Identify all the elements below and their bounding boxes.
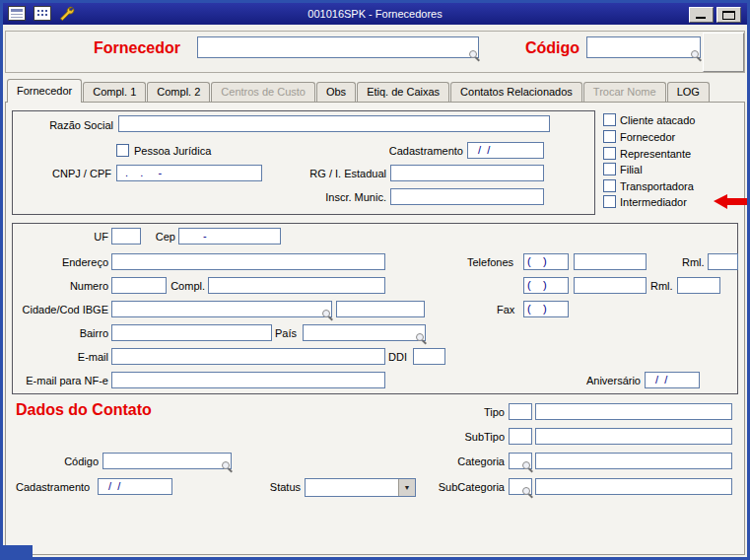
- rml1-field[interactable]: [708, 253, 738, 270]
- contato-cadastramento-field[interactable]: / /: [98, 478, 172, 495]
- fornecedor-flag-label: Fornecedor: [620, 131, 675, 144]
- cep-label: Cep: [148, 231, 175, 244]
- magnifier-icon[interactable]: [221, 460, 233, 472]
- tipo-code-field[interactable]: [509, 403, 532, 420]
- tab-contatos-relacionados[interactable]: Contatos Relacionados: [450, 82, 582, 102]
- magnifier-icon[interactable]: [521, 460, 533, 472]
- bottom-left-accent: [3, 545, 33, 557]
- razao-social-label: Razão Social: [30, 119, 113, 132]
- uf-field[interactable]: [111, 228, 141, 245]
- magnifier-icon[interactable]: [415, 332, 427, 344]
- tab-etiq-de-caixas[interactable]: Etiq. de Caixas: [357, 82, 449, 102]
- codigo-search-field[interactable]: [586, 36, 701, 58]
- cnpj-cpf-field[interactable]: . . -: [116, 165, 262, 181]
- razao-social-field[interactable]: [118, 115, 550, 132]
- cidade-ibge-label: Cidade/Cod IBGE: [16, 304, 108, 316]
- minimize-icon: [696, 17, 706, 19]
- subcategoria-code-field[interactable]: [509, 478, 532, 495]
- rg-estadual-field[interactable]: [390, 165, 544, 181]
- aniversario-field[interactable]: / /: [645, 372, 700, 388]
- magnifier-icon[interactable]: [468, 49, 480, 61]
- transportadora-label: Transportadora: [620, 180, 694, 193]
- telefone1-ddd-field[interactable]: ( ): [523, 253, 569, 270]
- window-title: 001016SPK - Fornecedores: [3, 3, 747, 25]
- subtipo-label: SubTipo: [453, 431, 505, 444]
- tab-trocar-nome: Trocar Nome: [583, 82, 666, 102]
- inscr-munic-field[interactable]: [390, 188, 544, 205]
- intermediador-label: Intermediador: [620, 196, 687, 209]
- subcategoria-label: SubCategoria: [432, 481, 505, 494]
- bairro-label: Bairro: [59, 327, 108, 340]
- tab-fornecedor[interactable]: Fornecedor: [7, 79, 82, 103]
- title-bar: 001016SPK - Fornecedores: [3, 3, 747, 25]
- rml2-label: Rml.: [650, 280, 673, 293]
- representante-label: Representante: [620, 148, 691, 161]
- status-dropdown[interactable]: [305, 478, 416, 497]
- fornecedores-window: 001016SPK - Fornecedores Fornecedor Códi…: [0, 0, 750, 560]
- tab-centros-de-custo: Centros de Custo: [211, 82, 315, 102]
- pessoa-juridica-checkbox[interactable]: [116, 144, 129, 157]
- pais-label: País: [275, 327, 297, 340]
- email-nfe-label: E-mail para NF-e: [14, 375, 108, 387]
- magnifier-icon[interactable]: [521, 486, 533, 498]
- magnifier-icon[interactable]: [321, 309, 333, 320]
- fornecedor-search-field[interactable]: [197, 36, 479, 58]
- filial-checkbox[interactable]: [603, 163, 616, 175]
- cadastramento-label: Cadastramento: [373, 145, 463, 158]
- tab-log[interactable]: LOG: [667, 82, 710, 102]
- intermediador-checkbox[interactable]: [603, 195, 616, 208]
- bairro-field[interactable]: [111, 324, 272, 341]
- subtipo-field[interactable]: [535, 428, 732, 445]
- maximize-icon: [722, 11, 735, 20]
- tab-bar: Fornecedor Compl. 1 Compl. 2 Centros de …: [7, 79, 711, 102]
- email-label: E-mail: [59, 351, 108, 364]
- numero-label: Numero: [57, 280, 108, 293]
- cliente-atacado-checkbox[interactable]: [603, 113, 616, 126]
- endereco-field[interactable]: [111, 253, 385, 270]
- subcategoria-field[interactable]: [535, 478, 732, 495]
- contato-codigo-field[interactable]: [102, 453, 232, 469]
- ddi-field[interactable]: [413, 348, 445, 365]
- categoria-code-field[interactable]: [509, 453, 532, 469]
- fax-ddd-field[interactable]: ( ): [523, 301, 569, 317]
- pessoa-juridica-label: Pessoa Jurídica: [134, 145, 211, 158]
- tab-obs[interactable]: Obs: [316, 82, 356, 102]
- minimize-button[interactable]: [689, 7, 714, 23]
- cod-ibge-field[interactable]: [336, 301, 425, 317]
- fax-label: Fax: [497, 304, 514, 316]
- transportadora-checkbox[interactable]: [603, 179, 616, 192]
- compl-label: Compl.: [168, 280, 205, 293]
- header-side-button[interactable]: [703, 33, 744, 72]
- numero-field[interactable]: [111, 277, 167, 294]
- representante-checkbox[interactable]: [603, 147, 616, 160]
- compl-field[interactable]: [208, 277, 385, 294]
- inscr-munic-label: Inscr. Munic.: [306, 191, 386, 204]
- telefone2-field[interactable]: [574, 277, 647, 294]
- red-arrow-left-icon: [714, 194, 750, 209]
- rml1-label: Rml.: [682, 256, 705, 269]
- cidade-field[interactable]: [111, 301, 332, 317]
- tab-compl-1[interactable]: Compl. 1: [83, 82, 146, 102]
- cliente-atacado-label: Cliente atacado: [620, 114, 695, 127]
- pais-field[interactable]: [303, 324, 426, 341]
- subtipo-code-field[interactable]: [509, 428, 532, 445]
- contato-cadastramento-label: Cadastramento: [16, 481, 90, 494]
- tab-compl-2[interactable]: Compl. 2: [147, 82, 210, 102]
- rml2-field[interactable]: [677, 277, 720, 294]
- telefone1-field[interactable]: [574, 253, 647, 270]
- aniversario-label: Aniversário: [580, 375, 641, 387]
- cadastramento-date-field[interactable]: / /: [467, 142, 544, 159]
- categoria-field[interactable]: [535, 453, 732, 469]
- telefones-label: Telefones: [467, 256, 513, 269]
- email-field[interactable]: [111, 348, 385, 365]
- chevron-down-icon: [398, 479, 415, 496]
- categoria-label: Categoria: [449, 455, 505, 468]
- fornecedor-checkbox[interactable]: [603, 130, 616, 143]
- maximize-button[interactable]: [716, 7, 741, 23]
- magnifier-icon[interactable]: [690, 49, 702, 61]
- cep-field[interactable]: -: [178, 228, 281, 245]
- contato-codigo-label: Código: [57, 455, 99, 468]
- tipo-field[interactable]: [535, 403, 732, 420]
- email-nfe-field[interactable]: [111, 372, 385, 388]
- telefone2-ddd-field[interactable]: ( ): [523, 277, 569, 294]
